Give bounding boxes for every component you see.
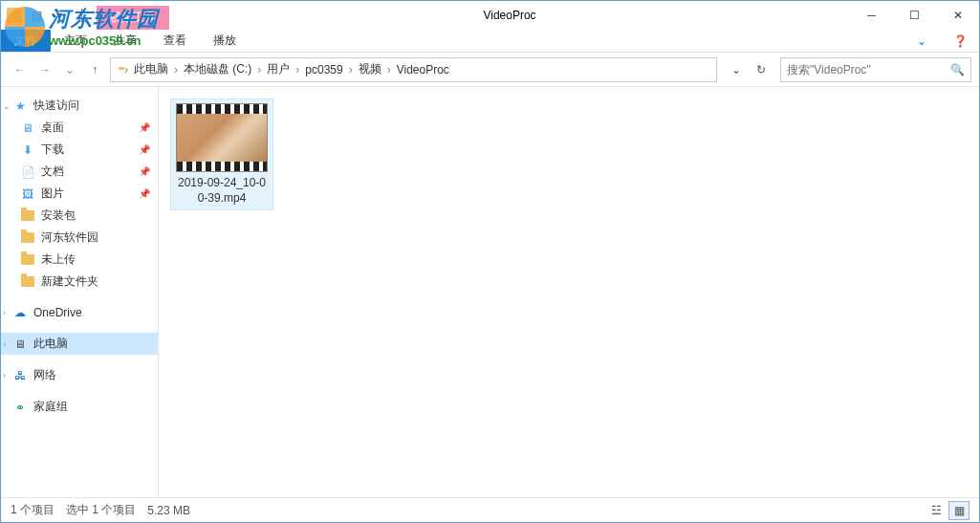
sidebar-label: 家庭组 [33,399,68,415]
sidebar-label: 快速访问 [33,98,79,114]
status-size: 5.23 MB [147,504,190,517]
titlebar: ▤ ▾ │ 视频工具 VideoProc ─ ☐ ✕ [1,1,979,30]
sidebar-label: 河东软件园 [41,229,98,246]
breadcrumb[interactable]: › 此电脑 › 本地磁盘 (C:) › 用户 › pc0359 › 视频 › V… [110,57,717,82]
qat-properties-button[interactable]: ▤ [26,5,47,26]
view-icons-button[interactable]: ▦ [948,501,969,520]
sidebar-label: 未上传 [41,251,76,268]
sidebar-item-folder[interactable]: 未上传 [1,249,158,271]
download-icon: ⬇ [20,142,35,158]
address-dropdown-button[interactable]: ⌄ [725,58,748,81]
sidebar-quick-access[interactable]: ⌄ ★ 快速访问 [1,95,158,117]
context-tab-video-tools: 视频工具 [97,6,169,30]
film-strip-icon [177,162,267,171]
homegroup-icon: ⚭ [12,400,28,415]
sidebar-label: 图片 [41,185,64,202]
refresh-button[interactable]: ↻ [750,58,773,81]
network-icon: 🖧 [12,368,28,383]
chevron-right-icon[interactable]: › [3,339,6,349]
breadcrumb-item[interactable]: 用户 [263,61,294,77]
chevron-right-icon[interactable]: › [3,308,6,317]
ribbon-file-tab[interactable]: 文件 [1,30,51,52]
close-button[interactable]: ✕ [936,1,979,30]
nav-recent-button[interactable]: ⌄ [58,58,81,81]
pictures-icon: 🖼 [20,186,35,202]
search-input[interactable] [787,63,950,76]
thumbnail-image [177,114,267,162]
sidebar-item-desktop[interactable]: 🖥 桌面 📌 [1,117,158,139]
qat-dropdown-button[interactable]: ▾ [49,5,70,26]
chevron-right-icon[interactable]: › [3,371,6,381]
folder-icon [20,274,35,290]
ribbon-tab-share[interactable]: 共享 [100,30,150,52]
star-icon: ★ [12,98,28,114]
sidebar-label: OneDrive [33,306,82,319]
sidebar-this-pc[interactable]: › 🖥 此电脑 [1,333,158,355]
sidebar-label: 下载 [41,142,64,158]
breadcrumb-item[interactable]: pc0359 [301,63,346,76]
minimize-button[interactable]: ─ [850,1,893,30]
sidebar-item-documents[interactable]: 📄 文档 📌 [1,161,158,183]
app-icon [7,8,22,23]
maximize-button[interactable]: ☐ [893,1,936,30]
chevron-down-icon[interactable]: ⌄ [3,101,11,111]
ribbon-tab-play[interactable]: 播放 [200,30,250,52]
status-item-count: 1 个项目 [11,502,54,518]
view-details-button[interactable]: ☳ [926,501,947,520]
nav-back-button[interactable]: ← [9,58,32,81]
breadcrumb-item[interactable]: 本地磁盘 (C:) [180,61,255,77]
ribbon-tab-home[interactable]: 主页 [51,30,100,52]
sidebar-label: 网络 [33,367,56,383]
pin-icon: 📌 [139,166,150,177]
file-list-panel[interactable]: 2019-09-24_10-00-39.mp4 [159,87,979,497]
pin-icon: 📌 [139,122,150,133]
file-name: 2019-09-24_10-00-39.mp4 [175,176,269,206]
sidebar-onedrive[interactable]: › ☁ OneDrive [1,302,158,323]
pin-icon: 📌 [139,144,150,155]
search-box[interactable]: 🔍 [780,57,971,82]
sidebar-item-folder[interactable]: 新建文件夹 [1,271,158,293]
content-area: ⌄ ★ 快速访问 🖥 桌面 📌 ⬇ 下载 📌 📄 文档 📌 🖼 图片 [1,87,979,497]
pin-icon: 📌 [139,188,150,199]
ribbon-tab-view[interactable]: 查看 [150,30,200,52]
breadcrumb-item[interactable]: 此电脑 [130,61,172,77]
sidebar-label: 安装包 [41,207,76,224]
chevron-right-icon[interactable]: › [122,63,130,76]
qat-separator: │ [72,5,93,26]
sidebar-item-folder[interactable]: 河东软件园 [1,227,158,249]
document-icon: 📄 [20,164,35,180]
address-bar: ← → ⌄ ↑ › 此电脑 › 本地磁盘 (C:) › 用户 › pc0359 … [1,53,979,87]
file-item[interactable]: 2019-09-24_10-00-39.mp4 [170,98,273,210]
chevron-right-icon[interactable]: › [385,63,393,76]
folder-icon [20,208,35,224]
folder-icon [20,252,35,268]
pc-icon: 🖥 [12,337,28,352]
chevron-right-icon[interactable]: › [172,63,180,76]
chevron-right-icon[interactable]: › [255,63,263,76]
ribbon-help-button[interactable]: ❓ [941,30,979,52]
folder-icon [20,230,35,246]
nav-up-button[interactable]: ↑ [83,58,106,81]
window-title: VideoProc [169,9,850,22]
film-strip-icon [177,104,267,114]
breadcrumb-item[interactable]: VideoProc [393,63,453,76]
sidebar-network[interactable]: › 🖧 网络 [1,364,158,386]
sidebar-label: 桌面 [41,120,64,136]
search-icon[interactable]: 🔍 [950,63,965,76]
ribbon-expand-button[interactable]: ⌄ [903,30,941,52]
desktop-icon: 🖥 [20,120,35,136]
statusbar: 1 个项目 选中 1 个项目 5.23 MB ☳ ▦ [1,497,979,522]
chevron-right-icon[interactable]: › [347,63,355,76]
video-thumbnail [176,103,268,172]
sidebar-label: 新建文件夹 [41,273,98,290]
breadcrumb-item[interactable]: 视频 [355,61,385,77]
sidebar-label: 文档 [41,163,64,180]
nav-forward-button[interactable]: → [33,58,56,81]
ribbon-tabs: 文件 主页 共享 查看 播放 ⌄ ❓ [1,30,979,53]
sidebar-item-downloads[interactable]: ⬇ 下载 📌 [1,139,158,161]
sidebar-item-pictures[interactable]: 🖼 图片 📌 [1,183,158,205]
sidebar-homegroup[interactable]: ⚭ 家庭组 [1,396,158,418]
sidebar-label: 此电脑 [33,336,68,352]
chevron-right-icon[interactable]: › [294,63,301,76]
sidebar-item-folder[interactable]: 安装包 [1,205,158,227]
